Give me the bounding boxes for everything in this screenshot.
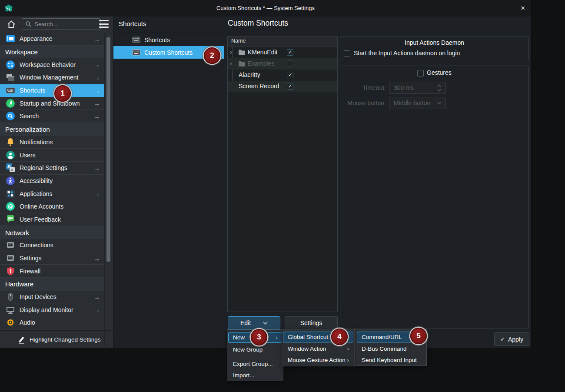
titlebar[interactable]: Custom Shortcuts * — System Settings × [0,0,531,17]
at-sign-icon: @ [6,202,15,211]
sidebar-item-display-and-monitor[interactable]: Display and Monitor → [0,303,104,316]
sidebar-scrollbar-thumb[interactable] [106,37,110,262]
daemon-login-label: Start the Input Actions daemon on login [354,50,460,56]
sidebar-item-input-devices[interactable]: Input Devices → [0,291,104,304]
menu-item-dbus-command[interactable]: D-Bus Command [357,343,425,354]
sidebar-section-network: Network [0,226,104,239]
system-settings-window: Custom Shortcuts * — System Settings × A… [0,0,531,348]
sidebar-item-online-accounts[interactable]: @ Online Accounts [0,200,104,213]
gestures-label: Gestures [427,69,452,76]
gestures-checkbox[interactable] [417,70,424,76]
menu-item-mouse-gesture-action[interactable]: Mouse Gesture Action› [283,355,353,365]
sidebar: Appearance → Workspace Workspace Behavio… [0,17,113,348]
menu-item-window-action[interactable]: Window Action› [283,343,353,354]
tree-row-alacritty[interactable]: Alacritty ✓ [228,70,337,81]
annotation-badge-5: 5 [410,328,427,344]
checkbox-alacritty[interactable]: ✓ [287,72,293,78]
svg-text:!: ! [9,268,11,274]
sidebar-item-workspace-behavior[interactable]: Workspace Behavior → [0,58,104,71]
search-box [22,18,101,30]
sidebar-toolbar [0,17,113,33]
daemon-login-checkbox[interactable] [344,50,350,57]
mouse-icon [6,292,15,302]
sidebar-section-personalization: Personalization [0,123,104,136]
column-divider[interactable] [285,37,285,46]
chevron-right-icon: → [93,113,100,120]
shortcuts-subpanel: Shortcuts Shortcuts Custom Shortcuts [113,17,224,348]
sidebar-scroll-track [104,33,105,346]
tree-row-examples[interactable]: › Examples [228,58,337,70]
submenu-arrow-icon: › [276,332,278,343]
checkbox-examples[interactable] [287,60,293,67]
close-icon[interactable]: × [518,3,528,13]
sidebar-item-shortcuts[interactable]: Shortcuts → [0,84,104,97]
sidebar-item-connections[interactable]: Connections [0,239,104,252]
settings-button[interactable]: Settings [285,316,338,329]
expander-icon[interactable]: › [230,60,232,67]
checkbox-screen-record[interactable]: ✓ [287,83,293,90]
checkbox-kmenuedit[interactable]: ✓ [287,49,293,56]
shortcuts-tree: Name › KMenuEdit ✓ › Examples Alacritty … [227,36,338,312]
menu-item-new-group[interactable]: New Group [228,344,282,355]
subpanel-title: Shortcuts [119,20,146,27]
sidebar-item-accessibility[interactable]: Accessibility [0,175,104,188]
sidebar-section-workspace: Workspace [0,46,104,59]
sidebar-item-regional-settings[interactable]: Aa Regional Settings → [0,162,104,175]
sidebar-item-search[interactable]: Search → [0,110,104,123]
chevron-right-icon: → [93,87,100,94]
sidebar-item-startup-and-shutdown[interactable]: Startup and Shutdown → [0,97,104,110]
edit-button[interactable]: Edit [228,316,280,329]
mouse-button-dropdown[interactable]: Middle button [389,97,446,109]
sidebar-item-firewall[interactable]: ! Firewall [0,265,104,278]
apply-button[interactable]: ✓ Apply [494,332,529,346]
chevron-right-icon: → [93,61,100,68]
sidebar-item-user-feedback[interactable]: User Feedback [0,213,104,226]
subpanel-item-shortcuts[interactable]: Shortcuts [113,33,224,46]
workspace-behavior-icon [6,60,15,70]
monitor-icon [6,305,15,315]
sidebar-item-notifications[interactable]: Notifications [0,136,104,149]
keyboard-icon [6,86,15,95]
desktop: Custom Shortcuts * — System Settings × A… [0,0,565,392]
highlight-changed-settings[interactable]: Highlight Changed Settings [0,330,113,348]
input-actions-daemon-group: Input Actions Daemon Start the Input Act… [340,37,529,61]
search-input[interactable] [34,19,99,30]
tree-row-kmenuedit[interactable]: › KMenuEdit ✓ [228,47,337,58]
menu-item-import[interactable]: Import... [228,370,282,381]
accessibility-icon [6,176,15,186]
tree-header[interactable]: Name [228,37,337,47]
menu-item-export-group[interactable]: Export Group... [228,359,282,369]
chevron-right-icon: → [93,35,100,43]
keyboard-icon [132,37,140,43]
sidebar-item-appearance[interactable]: Appearance → [0,33,104,46]
expander-icon[interactable]: › [230,49,232,56]
highlighter-icon [17,335,26,344]
submenu-arrow-icon: › [347,344,349,354]
home-icon[interactable] [6,19,17,30]
sidebar-item-applications[interactable]: Applications → [0,187,104,200]
chevron-right-icon: → [93,190,100,197]
menu-icon[interactable] [99,20,109,28]
sidebar-item-audio[interactable]: Audio [0,316,104,329]
divider [113,33,224,33]
tree-row-screen-record[interactable]: Screen Record ✓ [228,81,337,92]
gestures-group: Gestures Timeout: 300 ms Mouse button: M… [340,66,529,329]
sidebar-item-network-settings[interactable]: Settings → [0,252,104,265]
sidebar-item-window-management[interactable]: Window Management → [0,71,104,84]
window-title: Custom Shortcuts * — System Settings [0,0,531,17]
translate-icon: Aa [6,163,15,173]
ethernet-icon [6,253,15,263]
bell-icon [6,137,15,147]
timeout-spinbox[interactable]: 300 ms [389,82,446,94]
folder-icon [238,60,246,67]
sidebar-item-users[interactable]: Users [0,149,104,162]
menu-separator [230,357,280,357]
spinner-arrows-icon[interactable] [437,83,442,93]
group-title: Input Actions Daemon [340,39,528,46]
chevron-right-icon: → [93,255,100,262]
check-icon: ✓ [500,336,505,342]
menu-item-send-keyboard-input[interactable]: Send Keyboard Input [357,355,425,365]
applications-icon [6,189,15,199]
chevron-down-icon [263,322,268,325]
chevron-right-icon: → [93,100,100,107]
